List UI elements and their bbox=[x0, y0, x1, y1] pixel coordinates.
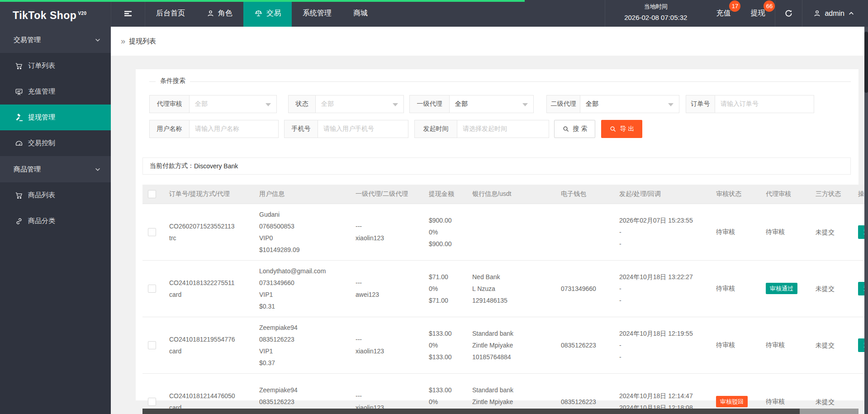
sidebar-item-label: 商品列表 bbox=[28, 191, 55, 200]
filter-input-手机号: 手机号请输入用户手机号 bbox=[284, 120, 408, 138]
breadcrumb: » 提现列表 bbox=[111, 27, 868, 56]
status-badge: 待审核 bbox=[716, 341, 735, 348]
filter-select-状态: 状态全部 bbox=[288, 95, 404, 113]
pass-button[interactable]: 通过 bbox=[858, 338, 864, 352]
horizontal-scrollbar[interactable] bbox=[142, 409, 859, 414]
pass-button[interactable]: 通过 bbox=[858, 225, 864, 239]
local-time-value: 2026-02-08 07:05:32 bbox=[624, 12, 687, 23]
filter-select-value[interactable]: 全部 bbox=[450, 95, 533, 113]
caret-down-icon bbox=[522, 103, 528, 106]
recharge-label: 充值 bbox=[716, 9, 730, 18]
column-header: 审核状态 bbox=[716, 185, 766, 204]
row-checkbox[interactable] bbox=[148, 228, 156, 236]
horizontal-scrollbar-thumb[interactable] bbox=[142, 409, 800, 414]
nav-item-5[interactable]: 商城 bbox=[342, 0, 379, 27]
export-button[interactable]: 导 出 bbox=[601, 120, 642, 138]
app-logo-text: TikTok Shop bbox=[13, 10, 76, 21]
table-cell-agent-audit: 待审核 bbox=[766, 373, 816, 414]
filter-label: 发起时间 bbox=[415, 120, 457, 138]
nav-item-4[interactable]: 系统管理 bbox=[292, 0, 342, 27]
nav-item-3[interactable]: 交易 bbox=[243, 0, 292, 27]
collapse-menu-button[interactable] bbox=[111, 0, 145, 27]
table-cell: Ned BankL Nzuza1291486135 bbox=[472, 260, 561, 317]
table-cell: Gudani0768500853VIP0$10149289.09 bbox=[259, 204, 356, 260]
table-cell: Londythato@gmail.com0731349660VIP1$0.31 bbox=[259, 260, 356, 317]
link-icon bbox=[15, 217, 23, 225]
column-header: 发起/处理/回调 bbox=[619, 185, 716, 204]
sidebar-item[interactable]: 充值管理 bbox=[0, 79, 111, 105]
pass-button[interactable]: 通过 bbox=[858, 282, 864, 295]
loading-progress-bar bbox=[0, 0, 525, 2]
vertical-scrollbar-thumb[interactable] bbox=[864, 32, 868, 93]
table-cell: 2024年10月18日 12:19:55-- bbox=[619, 317, 716, 373]
sidebar-item[interactable]: 交易控制 bbox=[0, 130, 111, 156]
refresh-icon bbox=[784, 9, 793, 18]
refresh-button[interactable] bbox=[775, 0, 802, 27]
table-cell: 未提交 bbox=[816, 317, 858, 373]
sidebar-item[interactable]: 提现管理 bbox=[0, 105, 111, 130]
top-nav: 后台首页角色交易系统管理商城 bbox=[145, 0, 379, 27]
table-cell-checkbox bbox=[142, 373, 169, 414]
cart-icon bbox=[15, 191, 23, 200]
user-menu[interactable]: admin bbox=[802, 0, 868, 27]
table-cell-actions: 通过 bbox=[858, 204, 864, 260]
sidebar-group-label: 商品管理 bbox=[14, 165, 41, 174]
table-cell: $133.000%$133.00 bbox=[429, 317, 472, 373]
row-checkbox[interactable] bbox=[148, 398, 156, 406]
column-header: 一级代理/二级代理 bbox=[356, 185, 429, 204]
filter-text-input[interactable]: 请输入用户名称 bbox=[190, 120, 278, 138]
table-cell: ---xiaolin123 bbox=[356, 373, 429, 414]
table-cell: CO2410181219554776card bbox=[169, 317, 259, 373]
app-logo-version: V20 bbox=[78, 11, 86, 16]
sidebar-group-1[interactable]: 交易管理 bbox=[0, 27, 111, 53]
vertical-scrollbar[interactable] bbox=[864, 27, 868, 414]
table-cell-checkbox bbox=[142, 260, 169, 317]
table-cell-audit-status: 待审核 bbox=[716, 317, 766, 373]
search-button[interactable]: 搜 索 bbox=[554, 120, 595, 138]
table-cell: $133.000%$133.00 bbox=[429, 373, 472, 414]
table-cell-actions: 通过 bbox=[858, 317, 864, 373]
table-cell: 0835126223 bbox=[561, 373, 619, 414]
filter-text-input[interactable]: 请输入用户手机号 bbox=[318, 120, 408, 138]
card-right-gutter bbox=[859, 69, 864, 185]
table-cell: 2024年10月18日 12:14:472024年10月18日 12:18:08 bbox=[619, 373, 716, 414]
select-all-checkbox[interactable] bbox=[148, 190, 156, 198]
nav-item-1[interactable]: 后台首页 bbox=[145, 0, 196, 27]
sidebar-item[interactable]: 商品分类 bbox=[0, 208, 111, 234]
table-row: CO2410181219554776cardZeempiake940835126… bbox=[142, 317, 864, 373]
filter-select-value[interactable]: 全部 bbox=[316, 95, 403, 113]
table-cell: ---xiaolin123 bbox=[356, 204, 429, 260]
row-checkbox[interactable] bbox=[148, 341, 156, 349]
table-wrapper: 订单号/提现方式/代理用户信息一级代理/二级代理提现金额银行信息/usdt电子钱… bbox=[142, 185, 864, 414]
filter-select-value[interactable]: 全部 bbox=[190, 95, 276, 113]
table-cell: 2026年02月07日 15:23:55-- bbox=[619, 204, 716, 260]
sidebar-item-label: 充值管理 bbox=[28, 87, 55, 96]
sidebar-group-2[interactable]: 商品管理 bbox=[0, 156, 111, 182]
filter-label: 订单号 bbox=[686, 95, 715, 113]
table-cell: Zeempiake940835126223VIP1 bbox=[259, 373, 356, 414]
withdraw-link[interactable]: 提现 66 bbox=[740, 0, 775, 27]
payment-method-notice: 当前付款方式： Discovery Bank bbox=[142, 157, 851, 175]
filter-input-用户名称: 用户名称请输入用户名称 bbox=[149, 120, 279, 138]
table-cell-audit-status: 待审核 bbox=[716, 204, 766, 260]
status-badge: 审核通过 bbox=[766, 283, 797, 294]
recharge-link[interactable]: 充值 17 bbox=[706, 0, 740, 27]
gavel-icon bbox=[15, 114, 23, 122]
nav-item-2[interactable]: 角色 bbox=[196, 0, 243, 27]
filter-select-value[interactable]: 全部 bbox=[580, 95, 679, 113]
sidebar-item[interactable]: 订单列表 bbox=[0, 53, 111, 79]
table-cell-agent-audit: 审核通过 bbox=[766, 260, 816, 317]
filter-label: 代理审核 bbox=[150, 95, 190, 113]
row-checkbox[interactable] bbox=[148, 285, 156, 293]
status-badge: 待审核 bbox=[766, 341, 785, 348]
scales-icon bbox=[254, 9, 263, 18]
table-cell: ---awei123 bbox=[356, 260, 429, 317]
sidebar-item-label: 商品分类 bbox=[28, 217, 55, 225]
table-cell-checkbox bbox=[142, 204, 169, 260]
table-cell-checkbox bbox=[142, 317, 169, 373]
filter-text-input[interactable]: 请选择发起时间 bbox=[457, 120, 549, 138]
filter-label: 一级代理 bbox=[410, 95, 450, 113]
table-cell: 未提交 bbox=[816, 204, 858, 260]
filter-text-input[interactable]: 请输入订单号 bbox=[715, 95, 814, 113]
sidebar-item[interactable]: 商品列表 bbox=[0, 182, 111, 208]
